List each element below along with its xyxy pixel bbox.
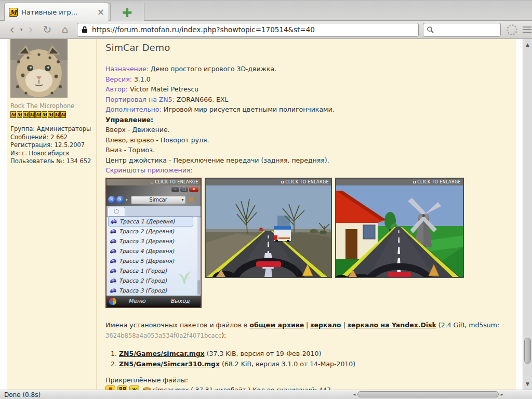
rank-badge: М [60, 111, 66, 118]
rank-badge: М [10, 111, 16, 118]
phone-window-titlebar: – □ × [107, 185, 201, 194]
package-file-link[interactable]: ZN5/Games/Simcar310.mgx [119, 360, 220, 368]
user-number: Пользователь №: 134 652 [10, 157, 96, 166]
control-line: Центр джойстика - Переключение передачи … [105, 155, 511, 166]
track-item: Трасса 5 (Деревня) [107, 256, 201, 266]
control-line: Вверх - Движение. [105, 125, 511, 135]
package-file-link[interactable]: ZN5/Games/simcar.mgx [119, 350, 205, 357]
package-file-item: 1. ZN5/Games/simcar.mgx (37.3 KiB, верси… [111, 349, 511, 359]
click-to-enlarge-band: CLICK TO ENLARGE [206, 179, 331, 185]
scroll-down-arrow[interactable]: ▼ [523, 381, 532, 387]
screenshot-row: CLICK TO ENLARGE – □ × ‹ › ▾ Simcar ▾ [105, 178, 511, 308]
user-registered: Регистрация: 12.5.2007 [10, 141, 96, 150]
phone-menu-icon [189, 197, 193, 202]
phone-back-icon: ‹ [108, 196, 116, 204]
track-item: Трасса 3 (Город) [107, 286, 201, 296]
controls-heading: Управление: [105, 115, 511, 125]
field-purpose: Назначение: Демо простого игрового 3D-дв… [105, 64, 511, 74]
track-item: Трасса 4 (Деревня) [107, 246, 201, 256]
site-favicon: M [9, 8, 18, 17]
user-group: Группа: Администраторы [10, 125, 96, 134]
game-scene-village [336, 185, 463, 277]
track-item: Трасса 2 (Деревня) [107, 227, 201, 236]
rank-badges: М М М М М М М М М [10, 111, 96, 118]
username: Rock The Microphone [10, 102, 96, 110]
post-body: SimCar Demo Назначение: Демо простого иг… [96, 39, 516, 390]
package-file-list: 1. ZN5/Games/simcar.mgx (37.3 KiB, верси… [105, 349, 511, 369]
navigation-toolbar: ‹ ▾ › ↻ ⌂ https://forum.motofan.ru/index… [0, 21, 532, 39]
phone-tab-row [107, 206, 201, 217]
user-from: Из: г. Новосибирск [10, 150, 96, 158]
menu-button[interactable] [523, 26, 531, 33]
screenshots-label: Скриншоты приложения: [105, 165, 511, 176]
horizontal-scrollbar[interactable]: ◂ ▸ [351, 391, 523, 398]
md5-hash: 3624b858a4a053a534f0a2f4071bcacc [105, 332, 221, 339]
history-dropdown-icon[interactable]: ▾ [18, 27, 25, 32]
antivirus-spider-icon[interactable] [129, 385, 139, 390]
car-icon [110, 238, 116, 244]
phone-toolbar: ‹ › ▾ Simcar ▾ [107, 194, 201, 206]
control-line: Влево, вправо - Поворот руля. [105, 135, 511, 145]
screenshot-thumbnail-2[interactable]: CLICK TO ENLARGE [205, 178, 332, 278]
click-to-enlarge-band: CLICK TO ENLARGE [336, 179, 463, 185]
car-icon [110, 248, 116, 254]
home-button[interactable]: ⌂ [58, 24, 72, 35]
url-text: https://forum.motofan.ru/index.php?showt… [92, 25, 315, 34]
packages-paragraph: Имена установочных пакетов и файлов в об… [105, 320, 511, 341]
browser-tab-active[interactable]: M Нативные игр... × [4, 3, 109, 21]
user-posts-link[interactable]: Сообщений: 2 662 [10, 134, 96, 142]
vertical-scrollbar[interactable]: ▲ ▼ [523, 39, 532, 390]
car-icon [110, 278, 116, 283]
rank-badge: М [35, 111, 41, 118]
address-bar[interactable]: https://forum.motofan.ru/index.php?showt… [77, 23, 419, 37]
refresh-button[interactable]: ↻ [41, 24, 54, 35]
search-icon [427, 26, 434, 34]
phone-tab [108, 207, 125, 216]
author-sidebar: Rock The Microphone М М М М М М М М М Гр… [7, 39, 96, 166]
scroll-up-arrow[interactable]: ▲ [523, 42, 532, 47]
tab-strip: M Нативные игр... × + [0, 0, 532, 21]
archive-link[interactable]: общем архиве [249, 321, 304, 329]
close-icon: × [189, 187, 198, 192]
track-list: Трасса 1 (Деревня) Трасса 2 (Деревня) Тр… [107, 217, 201, 296]
field-ported: Портировал на ZN5: ZORAN666, EXL [105, 95, 511, 105]
rank-badge: М [23, 111, 29, 118]
rank-badge: М [29, 111, 35, 118]
phone-forward-icon: › [116, 196, 124, 204]
game-scene-road [206, 185, 331, 277]
tab-close-icon[interactable]: × [97, 8, 104, 17]
status-bar: Done (0.8s) ◂ ▸ [0, 390, 532, 399]
package-file-item: 2. ZN5/Games/Simcar310.mgx (68.2 KiB, ве… [111, 359, 511, 369]
forum-post-panel: Rock The Microphone М М М М М М М М М Гр… [7, 39, 516, 390]
avatar[interactable] [10, 39, 68, 98]
new-tab-button[interactable]: + [110, 3, 144, 21]
scroll-left-arrow[interactable]: ◂ [351, 392, 357, 397]
car-icon [110, 229, 116, 234]
forward-button[interactable]: › [25, 23, 36, 36]
search-input[interactable] [423, 23, 501, 37]
windows-orb-icon [109, 297, 117, 305]
field-author: Автор: Victor Matei Petrescu [105, 84, 511, 95]
throbber-icon [507, 24, 517, 35]
screenshot-thumbnail-1[interactable]: CLICK TO ENLARGE – □ × ‹ › ▾ Simcar ▾ [105, 178, 202, 308]
scroll-right-arrow[interactable]: ▸ [499, 392, 505, 397]
status-text: Done (0.8s) [4, 391, 41, 398]
phone-softkey-bar: Меню Выход [107, 296, 201, 307]
field-extra: Дополнительно: Игровой мир рисуется цвет… [105, 104, 511, 115]
rank-badge: М [42, 111, 47, 118]
enlarge-icon [281, 181, 284, 183]
horizontal-scrollbar-thumb[interactable] [357, 391, 499, 397]
rank-badge: М [48, 111, 54, 118]
attachments-heading: Прикреплённые файлы: [105, 376, 511, 384]
vertical-scrollbar-thumb[interactable] [524, 338, 531, 364]
qr-code-icon[interactable] [117, 385, 127, 390]
yandex-disk-link[interactable]: зеркало на Yandex.Disk [348, 321, 436, 329]
screenshot-thumbnail-3[interactable]: CLICK TO ENLARGE [335, 178, 464, 278]
track-item: Трасса 1 (Город) [107, 266, 201, 276]
gear-icon [114, 209, 119, 214]
mirror-link[interactable]: зеркало [310, 321, 341, 329]
download-icon[interactable] [105, 385, 115, 390]
back-button[interactable]: ‹ [6, 23, 18, 36]
field-version: Версия: 3.1.0 [105, 74, 511, 85]
page-viewport: Rock The Microphone М М М М М М М М М Гр… [0, 39, 523, 390]
